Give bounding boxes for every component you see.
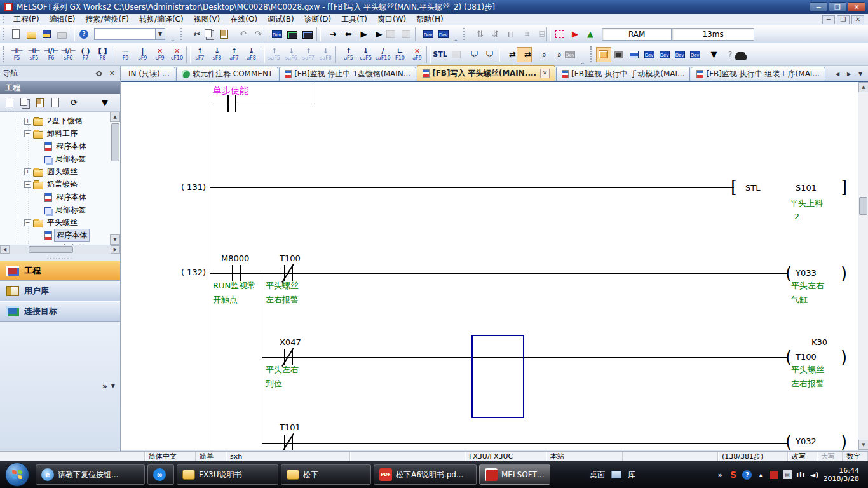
new-data-button[interactable] xyxy=(3,96,17,110)
monitor-stop-button[interactable]: ▶ xyxy=(368,27,383,42)
menu-item[interactable]: 转换/编译(C) xyxy=(134,13,189,25)
tree-local-label[interactable]: 局部标签 xyxy=(0,152,120,165)
monitor-read-mode-button[interactable]: ⌕ xyxy=(532,47,547,62)
save-project-button[interactable] xyxy=(39,27,54,42)
tree-expand-icon[interactable] xyxy=(34,143,41,150)
display-format-dropdown[interactable]: ▼ xyxy=(703,47,718,62)
print-button[interactable] xyxy=(54,27,69,42)
tree-folder-roundhead[interactable]: + 圆头螺丝 xyxy=(0,165,120,178)
menu-item[interactable]: 诊断(D) xyxy=(299,13,337,25)
tree-expand-icon[interactable]: − xyxy=(24,181,31,188)
pulse-not-branch-close-button[interactable]: ↓ saF8 xyxy=(317,44,334,65)
tree-expand-icon[interactable]: + xyxy=(24,118,31,125)
ladder-tool-button[interactable] xyxy=(186,46,191,63)
refresh-button[interactable]: ⟳ xyxy=(64,96,78,110)
new-project-button[interactable] xyxy=(8,27,24,42)
toolbar-overflow-icon[interactable]: ⌄ xyxy=(578,59,588,65)
task-pdf-manual[interactable]: PDF 松下A6说明书.pd... xyxy=(374,464,477,485)
panel-chevron-icon[interactable]: » xyxy=(102,382,107,391)
inline-st-button[interactable] xyxy=(449,47,464,62)
ladder-tool-button[interactable] xyxy=(261,46,265,63)
tab-scroll-right-button[interactable]: ▶ xyxy=(844,69,854,79)
closed-branch-button[interactable]: ⊣/⊢ sF6 xyxy=(60,44,77,65)
scrollbar-thumb[interactable] xyxy=(859,197,867,215)
toolbar-button[interactable] xyxy=(496,48,500,62)
panel-button-connection[interactable]: 连接目标 xyxy=(0,301,120,322)
volume-tray-icon[interactable]: ◄) xyxy=(810,470,819,480)
ladder-tool-button[interactable] xyxy=(112,46,116,63)
remote-operation-button[interactable]: ⊓ xyxy=(499,27,515,42)
redo-button[interactable]: ↷ xyxy=(247,27,262,42)
step-button[interactable] xyxy=(398,27,414,42)
panel-button-user-library[interactable]: 用户库 xyxy=(0,281,120,301)
device-write-button[interactable] xyxy=(269,27,285,42)
tab-fb-monitor-assembly[interactable]: [FB]监视 执行中 组装工序(MAI... xyxy=(691,67,825,81)
tree-scroll-up-icon[interactable]: ▲ xyxy=(110,112,120,122)
pulse-not-close-button[interactable]: ↓ saF6 xyxy=(283,44,300,65)
output-window-button[interactable] xyxy=(627,47,642,62)
scroll-right-icon[interactable]: ▶ xyxy=(111,245,120,254)
taskbar-clock[interactable]: 16:44 2018/3/28 xyxy=(824,466,862,483)
ladder-tool-button[interactable] xyxy=(335,46,339,63)
paste-data-button[interactable] xyxy=(33,96,47,110)
combo-dropdown-icon[interactable]: ▼ xyxy=(155,29,165,39)
task-folder-fx3u[interactable]: FX3U说明书 xyxy=(177,464,278,485)
desktop-toolbar-label[interactable]: 桌面 xyxy=(590,470,605,480)
ladder-cursor[interactable] xyxy=(471,335,524,418)
tree-scrollbar-thumb[interactable] xyxy=(111,123,119,161)
tab-fb-write-flathead[interactable]: [FB]写入 平头螺丝(MAIN.... ✕ xyxy=(417,65,555,81)
falling-pulse-button[interactable]: ↓ sF8 xyxy=(208,44,226,65)
stl-instruction-button[interactable]: STL xyxy=(431,44,449,65)
task-melsoft[interactable]: MELSOFT系列 G... xyxy=(479,464,550,485)
menu-item[interactable]: 窗口(W) xyxy=(372,13,411,25)
child-minimize-button[interactable]: − xyxy=(822,15,835,24)
sogou-tray-icon[interactable]: S xyxy=(729,470,738,480)
rising-pulse-branch-button[interactable]: ↑ aF7 xyxy=(226,44,243,65)
menu-item[interactable]: 工具(T) xyxy=(336,13,372,25)
verify-button[interactable]: ⇵ xyxy=(484,27,499,42)
help-button[interactable] xyxy=(76,27,92,42)
read-mode-button[interactable]: ⇄ xyxy=(501,47,517,62)
help-tray-icon[interactable]: ? xyxy=(742,470,752,480)
child-close-button[interactable]: ✕ xyxy=(851,15,864,24)
data-property-button[interactable] xyxy=(48,96,62,110)
element-selection-button[interactable] xyxy=(611,47,627,62)
tree-local-label[interactable]: 局部标签 xyxy=(0,203,120,216)
panel-button-project[interactable]: 工程 xyxy=(0,261,120,281)
ladder-tool-button[interactable] xyxy=(426,46,431,63)
invert-result-button[interactable]: / caF10 xyxy=(374,44,391,65)
hscrollbar-thumb[interactable] xyxy=(29,246,73,253)
tab-fb-monitor-chrome1[interactable]: [FB]监视 停止中 1盘镀铬(MAIN... xyxy=(279,67,416,81)
device-comment-edit-button[interactable]: 🗩 xyxy=(464,47,479,62)
tree-program-body[interactable]: 程序本体 xyxy=(0,191,120,203)
project-tool-button[interactable] xyxy=(79,96,93,110)
panel-splitter[interactable]: ......... xyxy=(0,254,120,261)
delete-line-button[interactable]: ✕ aF9 xyxy=(409,44,426,65)
tree-folder-cap[interactable]: − 奶盖镀铬 xyxy=(0,178,120,191)
paste-button[interactable] xyxy=(217,27,232,42)
delete-vertical-line-button[interactable]: ✕ cF10 xyxy=(168,44,186,65)
toolbar-button[interactable] xyxy=(264,27,268,41)
tab-scroll-left-button[interactable]: ◀ xyxy=(832,69,843,79)
horizontal-line-button[interactable]: — F9 xyxy=(117,44,134,65)
ladder-scrollbar[interactable]: ▲ ▼ xyxy=(858,82,868,450)
tree-expand-icon[interactable] xyxy=(34,194,41,201)
rising-pulse-button[interactable]: ↑ sF7 xyxy=(191,44,208,65)
pin-icon[interactable] xyxy=(95,70,102,77)
delete-horizontal-line-button[interactable]: ✕ cF9 xyxy=(151,44,168,65)
tree-expand-icon[interactable] xyxy=(34,156,41,163)
app-tray-icon[interactable] xyxy=(770,471,778,479)
scroll-down-icon[interactable]: ▼ xyxy=(858,440,868,450)
toolbar-overflow-icon[interactable]: ⌄ xyxy=(451,36,461,43)
scroll-left-icon[interactable]: ◀ xyxy=(0,245,10,254)
vertical-line-button[interactable]: | sF9 xyxy=(134,44,151,65)
closed-contact-button[interactable]: ⊣/⊢ F6 xyxy=(43,44,60,65)
pulse-not-open-button[interactable]: ↑ saF5 xyxy=(266,44,283,65)
menu-item[interactable]: 在线(O) xyxy=(225,13,262,25)
write-to-plc-button[interactable]: ➜ xyxy=(322,27,337,42)
tree-expand-icon[interactable] xyxy=(34,232,41,239)
tree-folder-unload[interactable]: − 卸料工序 xyxy=(0,127,120,140)
panel-menu-icon[interactable]: ▼ xyxy=(111,383,115,389)
device-test-button[interactable] xyxy=(421,27,436,42)
tree-program-body-selected[interactable]: 程序本体 xyxy=(0,229,120,241)
